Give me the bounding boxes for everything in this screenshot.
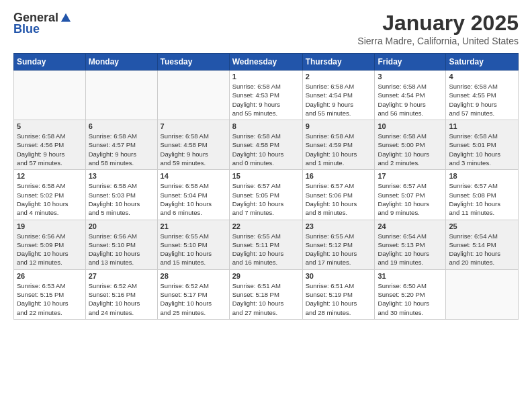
calendar-cell [85, 71, 157, 120]
day-info: Sunrise: 6:58 AM Sunset: 4:53 PM Dayligh… [232, 82, 300, 118]
header: General Blue January 2025 Sierra Madre, … [13, 11, 519, 46]
day-info: Sunrise: 6:58 AM Sunset: 5:01 PM Dayligh… [449, 132, 515, 167]
day-number: 16 [306, 172, 372, 180]
day-number: 4 [449, 73, 515, 81]
day-info: Sunrise: 6:57 AM Sunset: 5:07 PM Dayligh… [378, 181, 443, 217]
day-number: 19 [17, 222, 83, 230]
day-info: Sunrise: 6:55 AM Sunset: 5:11 PM Dayligh… [232, 232, 300, 267]
calendar-cell: 11Sunrise: 6:58 AM Sunset: 5:01 PM Dayli… [446, 120, 519, 170]
header-tuesday: Tuesday [157, 54, 229, 71]
day-number: 21 [161, 222, 226, 230]
day-number: 11 [449, 122, 515, 130]
calendar-cell [14, 71, 86, 120]
day-number: 12 [17, 172, 83, 180]
header-monday: Monday [85, 54, 157, 71]
calendar-cell: 21Sunrise: 6:55 AM Sunset: 5:10 PM Dayli… [157, 220, 229, 269]
day-number: 28 [161, 272, 226, 280]
day-info: Sunrise: 6:58 AM Sunset: 5:00 PM Dayligh… [378, 132, 443, 167]
day-info: Sunrise: 6:58 AM Sunset: 4:58 PM Dayligh… [232, 132, 300, 167]
calendar-week-row: 12Sunrise: 6:58 AM Sunset: 5:02 PM Dayli… [14, 170, 519, 220]
calendar-cell: 12Sunrise: 6:58 AM Sunset: 5:02 PM Dayli… [14, 170, 86, 220]
calendar-week-row: 19Sunrise: 6:56 AM Sunset: 5:09 PM Dayli… [14, 220, 519, 269]
calendar-cell: 30Sunrise: 6:51 AM Sunset: 5:19 PM Dayli… [302, 269, 375, 319]
day-info: Sunrise: 6:57 AM Sunset: 5:08 PM Dayligh… [449, 181, 515, 217]
location-title: Sierra Madre, California, United States [357, 36, 519, 46]
day-number: 30 [306, 272, 372, 280]
day-number: 8 [232, 122, 300, 130]
calendar-cell: 19Sunrise: 6:56 AM Sunset: 5:09 PM Dayli… [14, 220, 86, 269]
calendar-cell: 3Sunrise: 6:58 AM Sunset: 4:54 PM Daylig… [375, 71, 446, 120]
calendar-cell: 22Sunrise: 6:55 AM Sunset: 5:11 PM Dayli… [229, 220, 302, 269]
calendar-cell: 1Sunrise: 6:58 AM Sunset: 4:53 PM Daylig… [229, 71, 302, 120]
calendar-cell: 16Sunrise: 6:57 AM Sunset: 5:06 PM Dayli… [302, 170, 375, 220]
logo: General Blue [13, 11, 72, 36]
calendar-cell: 13Sunrise: 6:58 AM Sunset: 5:03 PM Dayli… [85, 170, 157, 220]
day-info: Sunrise: 6:58 AM Sunset: 5:02 PM Dayligh… [17, 181, 83, 217]
day-info: Sunrise: 6:58 AM Sunset: 4:54 PM Dayligh… [306, 82, 372, 118]
calendar-cell: 24Sunrise: 6:54 AM Sunset: 5:13 PM Dayli… [375, 220, 446, 269]
calendar-cell: 6Sunrise: 6:58 AM Sunset: 4:57 PM Daylig… [85, 120, 157, 170]
calendar-cell [446, 269, 519, 319]
calendar-cell: 4Sunrise: 6:58 AM Sunset: 4:55 PM Daylig… [446, 71, 519, 120]
calendar-cell: 18Sunrise: 6:57 AM Sunset: 5:08 PM Dayli… [446, 170, 519, 220]
day-number: 14 [161, 172, 226, 180]
day-info: Sunrise: 6:52 AM Sunset: 5:16 PM Dayligh… [89, 281, 154, 317]
day-info: Sunrise: 6:57 AM Sunset: 5:06 PM Dayligh… [306, 181, 372, 217]
calendar-page: General Blue January 2025 Sierra Madre, … [0, 0, 532, 411]
day-number: 1 [232, 73, 300, 81]
day-info: Sunrise: 6:52 AM Sunset: 5:17 PM Dayligh… [161, 281, 226, 317]
calendar-week-row: 1Sunrise: 6:58 AM Sunset: 4:53 PM Daylig… [14, 71, 519, 120]
header-saturday: Saturday [446, 54, 519, 71]
logo-icon [60, 12, 72, 24]
day-info: Sunrise: 6:56 AM Sunset: 5:09 PM Dayligh… [17, 232, 83, 267]
day-number: 15 [232, 172, 300, 180]
day-number: 10 [378, 122, 443, 130]
day-info: Sunrise: 6:55 AM Sunset: 5:12 PM Dayligh… [306, 232, 372, 267]
header-thursday: Thursday [302, 54, 375, 71]
day-info: Sunrise: 6:54 AM Sunset: 5:13 PM Dayligh… [378, 232, 443, 267]
day-info: Sunrise: 6:58 AM Sunset: 4:57 PM Dayligh… [89, 132, 154, 167]
day-number: 22 [232, 222, 300, 230]
calendar-cell: 28Sunrise: 6:52 AM Sunset: 5:17 PM Dayli… [157, 269, 229, 319]
day-number: 5 [17, 122, 83, 130]
day-number: 9 [306, 122, 372, 130]
calendar-cell: 25Sunrise: 6:54 AM Sunset: 5:14 PM Dayli… [446, 220, 519, 269]
calendar-cell: 10Sunrise: 6:58 AM Sunset: 5:00 PM Dayli… [375, 120, 446, 170]
day-info: Sunrise: 6:50 AM Sunset: 5:20 PM Dayligh… [378, 281, 443, 317]
day-number: 3 [378, 73, 443, 81]
header-sunday: Sunday [14, 54, 86, 71]
day-number: 6 [89, 122, 154, 130]
calendar-cell: 5Sunrise: 6:58 AM Sunset: 4:56 PM Daylig… [14, 120, 86, 170]
calendar-cell: 17Sunrise: 6:57 AM Sunset: 5:07 PM Dayli… [375, 170, 446, 220]
day-number: 31 [378, 272, 443, 280]
month-title: January 2025 [357, 11, 519, 36]
calendar-cell: 23Sunrise: 6:55 AM Sunset: 5:12 PM Dayli… [302, 220, 375, 269]
calendar-cell: 29Sunrise: 6:51 AM Sunset: 5:18 PM Dayli… [229, 269, 302, 319]
day-info: Sunrise: 6:58 AM Sunset: 4:54 PM Dayligh… [378, 82, 443, 118]
day-number: 25 [449, 222, 515, 230]
day-number: 24 [378, 222, 443, 230]
day-info: Sunrise: 6:58 AM Sunset: 5:03 PM Dayligh… [89, 181, 154, 217]
day-number: 26 [17, 272, 83, 280]
day-info: Sunrise: 6:57 AM Sunset: 5:05 PM Dayligh… [232, 181, 300, 217]
calendar-cell: 31Sunrise: 6:50 AM Sunset: 5:20 PM Dayli… [375, 269, 446, 319]
calendar-cell: 14Sunrise: 6:58 AM Sunset: 5:04 PM Dayli… [157, 170, 229, 220]
calendar-table: Sunday Monday Tuesday Wednesday Thursday… [13, 53, 519, 320]
day-info: Sunrise: 6:58 AM Sunset: 4:58 PM Dayligh… [161, 132, 226, 167]
title-section: January 2025 Sierra Madre, California, U… [357, 11, 519, 46]
day-number: 23 [306, 222, 372, 230]
calendar-cell: 20Sunrise: 6:56 AM Sunset: 5:10 PM Dayli… [85, 220, 157, 269]
calendar-cell: 8Sunrise: 6:58 AM Sunset: 4:58 PM Daylig… [229, 120, 302, 170]
day-info: Sunrise: 6:58 AM Sunset: 4:59 PM Dayligh… [306, 132, 372, 167]
day-number: 27 [89, 272, 154, 280]
day-info: Sunrise: 6:53 AM Sunset: 5:15 PM Dayligh… [17, 281, 83, 317]
day-info: Sunrise: 6:51 AM Sunset: 5:18 PM Dayligh… [232, 281, 300, 317]
day-info: Sunrise: 6:55 AM Sunset: 5:10 PM Dayligh… [161, 232, 226, 267]
day-number: 29 [232, 272, 300, 280]
day-info: Sunrise: 6:51 AM Sunset: 5:19 PM Dayligh… [306, 281, 372, 317]
weekday-header-row: Sunday Monday Tuesday Wednesday Thursday… [14, 54, 519, 71]
day-info: Sunrise: 6:58 AM Sunset: 4:55 PM Dayligh… [449, 82, 515, 118]
day-number: 7 [161, 122, 226, 130]
day-number: 20 [89, 222, 154, 230]
calendar-week-row: 5Sunrise: 6:58 AM Sunset: 4:56 PM Daylig… [14, 120, 519, 170]
